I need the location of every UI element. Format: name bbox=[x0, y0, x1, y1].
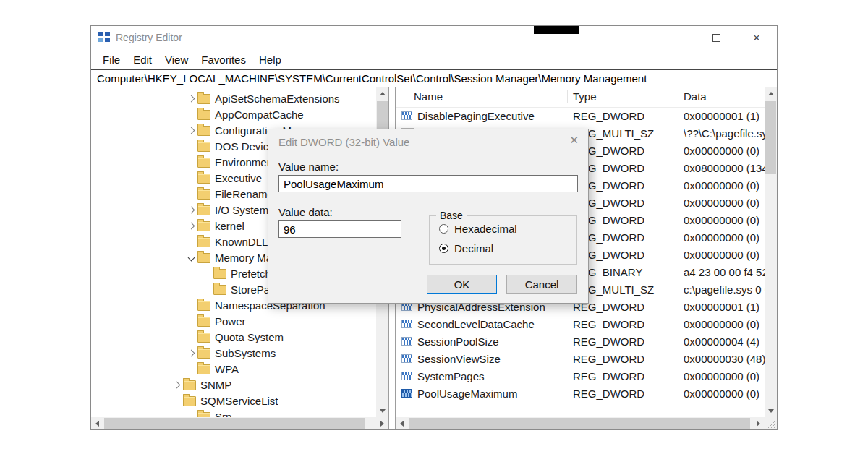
tree-item[interactable]: SubSystems bbox=[91, 345, 376, 361]
cancel-button[interactable]: Cancel bbox=[506, 275, 577, 294]
dword-icon bbox=[401, 337, 412, 346]
chevron-right-icon[interactable] bbox=[188, 127, 195, 134]
column-divider[interactable] bbox=[678, 90, 678, 103]
value-name: PoolUsageMaximum bbox=[417, 387, 517, 400]
column-header-type[interactable]: Type bbox=[573, 90, 597, 103]
tree-item-label: ApiSetSchemaExtensions bbox=[215, 93, 340, 105]
tree-item-label: Environment bbox=[215, 156, 276, 168]
folder-icon bbox=[197, 412, 210, 417]
value-name: SessionViewSize bbox=[417, 353, 501, 365]
edit-dword-dialog: Edit DWORD (32-bit) Value ✕ Value name: … bbox=[268, 129, 589, 304]
minimize-button[interactable] bbox=[655, 26, 696, 49]
tree-item[interactable]: SNMP bbox=[91, 377, 376, 393]
arrow-right-icon bbox=[757, 421, 763, 427]
value-data: 0x00000000 (0) bbox=[684, 214, 765, 226]
scroll-up-button[interactable] bbox=[765, 87, 777, 100]
arrow-down-icon bbox=[380, 409, 386, 416]
chevron-right-icon[interactable] bbox=[188, 95, 195, 102]
table-row[interactable]: SessionViewSizeREG_DWORD0x00000030 (48) bbox=[396, 350, 765, 367]
tree-item[interactable]: Quota System bbox=[91, 329, 376, 345]
tree-item[interactable]: SQMServiceList bbox=[91, 393, 376, 408]
list-vertical-scrollbar[interactable] bbox=[765, 87, 777, 417]
menu-item-help[interactable]: Help bbox=[252, 53, 288, 66]
tree-item[interactable]: Power bbox=[91, 313, 376, 329]
table-row[interactable]: DisablePagingExecutiveREG_DWORD0x0000000… bbox=[396, 107, 765, 124]
radio-hexadecimal-label: Hexadecimal bbox=[454, 223, 517, 235]
resize-grip[interactable] bbox=[765, 417, 777, 429]
chevron-down-icon[interactable] bbox=[188, 254, 195, 261]
maximize-button[interactable] bbox=[696, 26, 736, 49]
folder-icon bbox=[197, 158, 210, 168]
menu-item-favorites[interactable]: Favorites bbox=[195, 53, 252, 66]
scroll-down-button[interactable] bbox=[765, 405, 777, 417]
value-type: REG_DWORD bbox=[573, 249, 684, 261]
value-data-input[interactable] bbox=[278, 220, 401, 238]
folder-icon bbox=[183, 396, 196, 406]
scroll-right-button[interactable] bbox=[376, 417, 388, 429]
menu-item-file[interactable]: File bbox=[96, 53, 127, 66]
minimize-icon bbox=[672, 38, 680, 38]
scroll-left-button[interactable] bbox=[396, 417, 408, 429]
folder-icon bbox=[197, 253, 210, 263]
column-header-name[interactable]: Name bbox=[414, 90, 443, 103]
dialog-close-button[interactable]: ✕ bbox=[569, 134, 579, 147]
close-icon: ✕ bbox=[753, 33, 761, 43]
tree-item[interactable]: Srp bbox=[91, 408, 376, 417]
table-row[interactable]: SecondLevelDataCacheREG_DWORD0x00000000 … bbox=[396, 315, 765, 333]
table-row[interactable]: SystemPagesREG_DWORD0x00000000 (0) bbox=[396, 367, 765, 385]
value-data: 0x00000001 (1) bbox=[684, 301, 765, 313]
chevron-slot bbox=[171, 382, 183, 387]
scroll-up-button[interactable] bbox=[376, 87, 388, 100]
value-data: 0x00000000 (0) bbox=[684, 197, 765, 209]
folder-icon bbox=[213, 285, 226, 295]
tree-item[interactable]: WPA bbox=[91, 361, 376, 377]
tree-item-label: Srp bbox=[215, 411, 231, 418]
value-name-input[interactable] bbox=[278, 175, 578, 192]
value-data: 0x00000000 (0) bbox=[684, 249, 765, 261]
column-header-data[interactable]: Data bbox=[684, 90, 707, 103]
chevron-right-icon[interactable] bbox=[188, 206, 195, 213]
dword-icon bbox=[401, 372, 412, 380]
radio-decimal[interactable]: Decimal bbox=[439, 242, 493, 254]
scrollbar-thumb[interactable] bbox=[409, 418, 750, 429]
tree-item[interactable]: ApiSetSchemaExtensions bbox=[91, 90, 376, 106]
value-type: REG_DWORD bbox=[573, 179, 684, 192]
chevron-right-icon[interactable] bbox=[188, 349, 195, 356]
chevron-right-icon[interactable] bbox=[174, 381, 181, 388]
tree-horizontal-scrollbar[interactable] bbox=[91, 417, 388, 429]
radio-hexadecimal[interactable]: Hexadecimal bbox=[439, 223, 517, 235]
table-row[interactable]: PoolUsageMaximumREG_DWORD0x00000000 (0) bbox=[396, 385, 765, 402]
menu-item-edit[interactable]: Edit bbox=[127, 53, 158, 66]
column-divider[interactable] bbox=[567, 90, 568, 103]
value-type: REG_DWORD bbox=[573, 145, 684, 157]
ok-button[interactable]: OK bbox=[427, 275, 497, 294]
folder-icon bbox=[213, 269, 226, 279]
tree-item-label: kernel bbox=[215, 220, 244, 232]
value-data: 0x00000000 (0) bbox=[684, 387, 765, 400]
address-bar[interactable]: Computer\HKEY_LOCAL_MACHINE\SYSTEM\Curre… bbox=[91, 69, 777, 87]
scroll-down-button[interactable] bbox=[376, 405, 388, 417]
dword-icon bbox=[401, 320, 412, 328]
chevron-slot bbox=[185, 351, 197, 356]
value-data: c:\pagefile.sys 0 0 bbox=[684, 283, 765, 296]
close-button[interactable]: ✕ bbox=[736, 26, 777, 49]
radio-unchecked-icon bbox=[439, 224, 448, 234]
menu-item-view[interactable]: View bbox=[158, 53, 195, 66]
tree-item-label: Power bbox=[215, 315, 246, 327]
scrollbar-thumb[interactable] bbox=[104, 418, 365, 429]
tree-item-label: Quota System bbox=[215, 331, 284, 343]
table-row[interactable]: SessionPoolSizeREG_DWORD0x00000004 (4) bbox=[396, 333, 765, 350]
tree-item[interactable]: AppCompatCache bbox=[91, 106, 376, 122]
scroll-left-button[interactable] bbox=[91, 417, 103, 429]
value-data: 0x00000000 (0) bbox=[684, 145, 765, 157]
chevron-right-icon[interactable] bbox=[188, 222, 195, 229]
tree-item-label: AppCompatCache bbox=[215, 108, 304, 121]
value-data: 0x08000000 (134217728) bbox=[684, 162, 765, 174]
value-type: REG_DWORD bbox=[573, 301, 684, 313]
value-name-cell: SecondLevelDataCache bbox=[396, 318, 573, 330]
radio-checked-icon bbox=[439, 244, 448, 253]
scrollbar-thumb[interactable] bbox=[765, 101, 776, 174]
dword-icon bbox=[401, 389, 412, 398]
list-horizontal-scrollbar[interactable] bbox=[396, 417, 777, 429]
scroll-right-button[interactable] bbox=[752, 417, 765, 429]
